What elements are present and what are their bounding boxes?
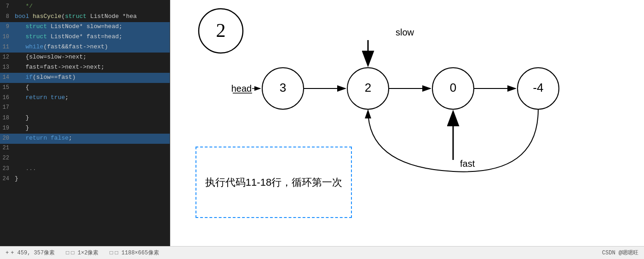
line-num-21: 21 xyxy=(0,144,15,153)
head-label: head xyxy=(231,83,252,94)
code-text-20: return false; xyxy=(15,134,72,143)
step-number: 2 xyxy=(216,20,226,41)
diagram-panel: 2 3 2 0 -4 head xyxy=(170,0,644,246)
code-line-15: 15 { xyxy=(0,83,170,93)
code-text-10: struct ListNode* fast=head; xyxy=(15,32,122,42)
line-num-14: 14 xyxy=(0,73,15,82)
code-line-24: 24 } xyxy=(0,174,170,184)
code-line-12: 12 {slow=slow->next; xyxy=(0,53,170,63)
line-num-10: 10 xyxy=(0,33,15,41)
code-line-11: 11 while(fast&&fast->next) xyxy=(0,42,170,53)
code-text-19: } xyxy=(15,124,29,133)
code-text-11: while(fast&&fast->next) xyxy=(15,42,108,52)
status-left: + + 459, 357像素 □ □ 1×2像素 □ □ 1188×665像素 xyxy=(6,249,159,257)
code-text-23: ... xyxy=(15,164,36,174)
line-num-20: 20 xyxy=(0,134,15,143)
selection-value: □ 1×2像素 xyxy=(71,249,98,257)
line-num-13: 13 xyxy=(0,63,15,72)
code-line-7: 7 */ xyxy=(0,2,170,12)
code-text-24: } xyxy=(15,174,18,184)
code-text-7: */ xyxy=(15,2,33,12)
code-text-15: { xyxy=(15,83,29,93)
status-canvas-size: □ □ 1188×665像素 xyxy=(109,249,159,257)
status-position: + + 459, 357像素 xyxy=(6,249,55,257)
status-selection: □ □ 1×2像素 xyxy=(66,249,98,257)
slow-label: slow xyxy=(396,27,414,37)
status-bar: + + 459, 357像素 □ □ 1×2像素 □ □ 1188×665像素 … xyxy=(0,246,644,259)
code-text-18: } xyxy=(15,113,29,123)
canvas-icon: □ xyxy=(109,250,113,256)
code-line-16: 16 return true; xyxy=(0,93,170,103)
code-line-23: 23 ... xyxy=(0,164,170,174)
selection-icon: □ xyxy=(66,250,69,256)
code-text-13: fast=fast->next->next; xyxy=(15,63,104,72)
line-num-19: 19 xyxy=(0,124,15,133)
code-line-19: 19 } xyxy=(0,124,170,134)
node-neg4-value: -4 xyxy=(533,81,543,94)
line-num-8: 8 xyxy=(0,12,15,21)
code-line-17: 17 xyxy=(0,103,170,113)
code-line-8: 8 bool hasCycle(struct ListNode *hea xyxy=(0,12,170,22)
canvas-size-value: □ 1188×665像素 xyxy=(115,249,159,257)
node-2-value: 2 xyxy=(365,81,371,94)
line-num-7: 7 xyxy=(0,2,15,11)
annotation-text: 执行代码11-18行，循环第一次 xyxy=(205,175,342,190)
code-line-22: 22 xyxy=(0,154,170,164)
position-value: + 459, 357像素 xyxy=(11,249,55,257)
code-line-14: 14 if(slow==fast) xyxy=(0,73,170,83)
main-content: 7 */ 8 bool hasCycle(struct ListNode *he… xyxy=(0,0,644,246)
code-text-14: if(slow==fast) xyxy=(15,73,76,82)
line-num-15: 15 xyxy=(0,83,15,92)
code-line-20: 20 return false; xyxy=(0,134,170,144)
annotation-box: 执行代码11-18行，循环第一次 xyxy=(196,147,352,218)
code-line-18: 18 } xyxy=(0,113,170,124)
code-line-13: 13 fast=fast->next->next; xyxy=(0,63,170,73)
code-panel: 7 */ 8 bool hasCycle(struct ListNode *he… xyxy=(0,0,170,246)
line-num-22: 22 xyxy=(0,154,15,163)
node-3-value: 3 xyxy=(280,81,286,94)
line-num-23: 23 xyxy=(0,165,15,173)
line-num-9: 9 xyxy=(0,23,15,31)
status-watermark: CSDN @嗯嗯旺 xyxy=(602,249,638,257)
line-num-16: 16 xyxy=(0,94,15,102)
code-line-10: 10 struct ListNode* fast=head; xyxy=(0,32,170,42)
line-num-17: 17 xyxy=(0,103,15,112)
code-line-21: 21 xyxy=(0,144,170,154)
line-num-11: 11 xyxy=(0,43,15,52)
line-num-12: 12 xyxy=(0,53,15,62)
code-text-16: return true; xyxy=(15,93,69,103)
line-num-18: 18 xyxy=(0,114,15,123)
code-text-12: {slow=slow->next; xyxy=(15,53,86,62)
code-line-9: 9 struct ListNode* slow=head; xyxy=(0,22,170,32)
line-num-24: 24 xyxy=(0,175,15,183)
fast-label: fast xyxy=(460,159,475,169)
position-icon: + xyxy=(6,250,9,256)
code-text-8: bool hasCycle(struct ListNode *hea xyxy=(15,12,137,22)
code-text-9: struct ListNode* slow=head; xyxy=(15,22,122,32)
node-0-value: 0 xyxy=(450,81,456,94)
